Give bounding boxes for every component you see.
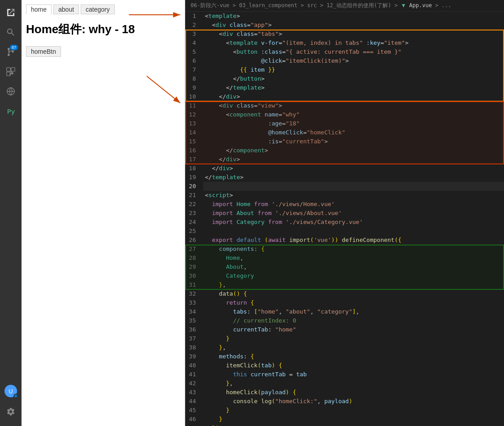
line-number: 44 bbox=[185, 397, 203, 406]
code-line-30: 30 Category bbox=[185, 271, 504, 280]
code-line-40: 40 itemClick(tab) { bbox=[185, 361, 504, 370]
line-content: </template> bbox=[203, 173, 504, 182]
line-content: <script> bbox=[203, 191, 504, 200]
code-line-26: 26 export default (await import('vue')).… bbox=[185, 236, 504, 245]
code-lines: 1<template>2 <div class="app">3 <div cla… bbox=[185, 12, 504, 426]
code-line-36: 36 currentTab: "home" bbox=[185, 325, 504, 334]
svg-rect-5 bbox=[7, 68, 10, 71]
code-line-33: 33 return { bbox=[185, 298, 504, 307]
line-number: 30 bbox=[185, 271, 203, 280]
code-line-32: 32 data() { bbox=[185, 289, 504, 298]
line-content: <button :class="{ active: currentTab ===… bbox=[203, 47, 504, 56]
code-line-15: 15 :is="currentTab"> bbox=[185, 137, 504, 146]
line-number: 25 bbox=[185, 227, 203, 236]
line-number: 9 bbox=[185, 83, 203, 92]
line-content: export default (await import('vue')).def… bbox=[203, 236, 504, 245]
tab-about[interactable]: about bbox=[53, 4, 79, 14]
line-content: <div class="tabs"> bbox=[203, 30, 504, 39]
line-number: 16 bbox=[185, 146, 203, 155]
line-number: 3 bbox=[185, 30, 203, 39]
code-line-10: 10 </div> bbox=[185, 92, 504, 101]
line-content: <div class="view"> bbox=[203, 101, 504, 110]
code-line-44: 44 console.log("homeClick:", payload) bbox=[185, 397, 504, 406]
line-number: 42 bbox=[185, 379, 203, 388]
code-line-31: 31 }, bbox=[185, 280, 504, 289]
line-number: 14 bbox=[185, 128, 203, 137]
line-number: 35 bbox=[185, 316, 203, 325]
line-content: }, bbox=[203, 343, 504, 352]
code-line-3: 3 <div class="tabs"> bbox=[185, 30, 504, 39]
line-content: </div> bbox=[203, 164, 504, 173]
line-content: :age="18" bbox=[203, 119, 504, 128]
line-number: 13 bbox=[185, 119, 203, 128]
tab-home[interactable]: home bbox=[26, 4, 52, 14]
line-content: @homeClick="homeClick" bbox=[203, 128, 504, 137]
line-content: // currentIndex: 0 bbox=[203, 316, 504, 325]
remote-icon[interactable] bbox=[2, 82, 20, 100]
line-content bbox=[203, 182, 504, 191]
code-line-27: 27 components: { bbox=[185, 245, 504, 254]
search-icon[interactable] bbox=[2, 23, 20, 41]
code-line-14: 14 @homeClick="homeClick" bbox=[185, 128, 504, 137]
line-number: 4 bbox=[185, 39, 203, 47]
code-line-18: 18 </div> bbox=[185, 164, 504, 173]
line-content: itemClick(tab) { bbox=[203, 361, 504, 370]
line-content: <div class="app"> bbox=[203, 21, 504, 30]
code-line-35: 35 // currentIndex: 0 bbox=[185, 316, 504, 325]
line-number: 45 bbox=[185, 406, 203, 415]
line-content: currentTab: "home" bbox=[203, 325, 504, 334]
line-number: 36 bbox=[185, 325, 203, 334]
line-content: }) bbox=[203, 424, 504, 426]
code-line-43: 43 homeClick(payload) { bbox=[185, 388, 504, 397]
tab-category[interactable]: category bbox=[81, 4, 115, 14]
line-number: 23 bbox=[185, 209, 203, 218]
code-line-20: 20 bbox=[185, 182, 504, 191]
code-editor[interactable]: 1<template>2 <div class="app">3 <div cla… bbox=[185, 12, 504, 426]
code-line-2: 2 <div class="app"> bbox=[185, 21, 504, 30]
python-icon[interactable]: Py bbox=[2, 102, 20, 120]
line-number: 8 bbox=[185, 74, 203, 83]
line-content: methods: { bbox=[203, 352, 504, 361]
line-number: 24 bbox=[185, 218, 203, 227]
line-number: 11 bbox=[185, 101, 203, 110]
line-number: 43 bbox=[185, 388, 203, 397]
line-content: <component name="why" bbox=[203, 110, 504, 119]
line-content: About, bbox=[203, 262, 504, 271]
line-number: 28 bbox=[185, 254, 203, 262]
code-line-34: 34 tabs: ["home", "about", "category"], bbox=[185, 307, 504, 316]
vue-icon: ▼ bbox=[402, 2, 405, 9]
line-number: 31 bbox=[185, 280, 203, 289]
line-number: 21 bbox=[185, 191, 203, 200]
line-content: } bbox=[203, 415, 504, 424]
user-avatar[interactable]: U bbox=[4, 385, 17, 397]
code-line-11: 11 <div class="view"> bbox=[185, 101, 504, 110]
code-line-37: 37 } bbox=[185, 334, 504, 343]
source-control-icon[interactable]: 87 bbox=[2, 43, 20, 61]
extensions-icon[interactable] bbox=[2, 63, 20, 81]
line-number: 26 bbox=[185, 236, 203, 245]
line-content: </div> bbox=[203, 155, 504, 164]
line-number: 38 bbox=[185, 343, 203, 352]
code-line-38: 38 }, bbox=[185, 343, 504, 352]
code-line-17: 17 </div> bbox=[185, 155, 504, 164]
code-line-4: 4 <template v-for="(item, index) in tabs… bbox=[185, 39, 504, 47]
line-content: }, bbox=[203, 280, 504, 289]
code-line-39: 39 methods: { bbox=[185, 352, 504, 361]
line-content: @click="itemClick(item)"> bbox=[203, 56, 504, 65]
code-line-13: 13 :age="18" bbox=[185, 119, 504, 128]
line-content: :is="currentTab"> bbox=[203, 137, 504, 146]
line-number: 27 bbox=[185, 245, 203, 254]
line-content: </div> bbox=[203, 92, 504, 101]
line-number: 10 bbox=[185, 92, 203, 101]
home-btn[interactable]: homeBtn bbox=[26, 46, 61, 57]
line-content: <template v-for="(item, index) in tabs" … bbox=[203, 39, 504, 47]
line-content: </template> bbox=[203, 83, 504, 92]
explorer-icon[interactable] bbox=[2, 4, 20, 22]
line-number: 29 bbox=[185, 262, 203, 271]
svg-rect-6 bbox=[11, 68, 15, 71]
code-line-6: 6 @click="itemClick(item)"> bbox=[185, 56, 504, 65]
line-content: </button> bbox=[203, 74, 504, 83]
line-number: 41 bbox=[185, 370, 203, 379]
line-content: }, bbox=[203, 379, 504, 388]
settings-icon[interactable] bbox=[2, 403, 20, 421]
